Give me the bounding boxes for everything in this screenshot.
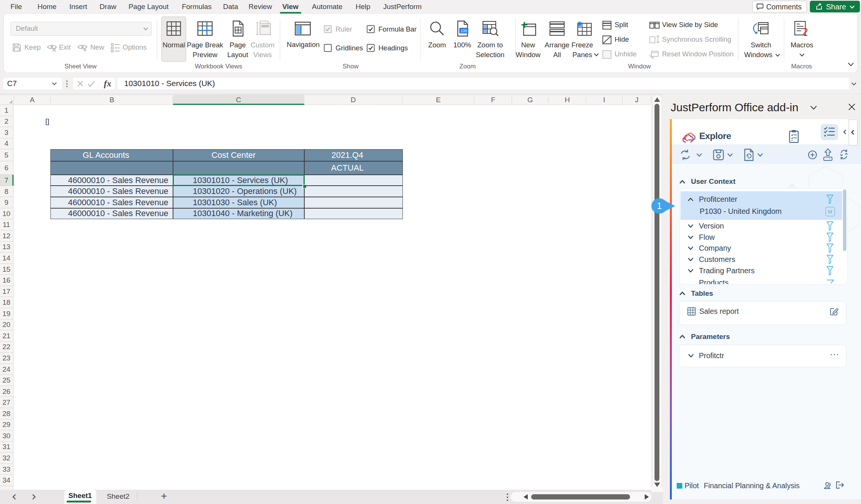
svg-text:1: 1 [657, 201, 662, 211]
svg-text:100: 100 [460, 29, 467, 33]
